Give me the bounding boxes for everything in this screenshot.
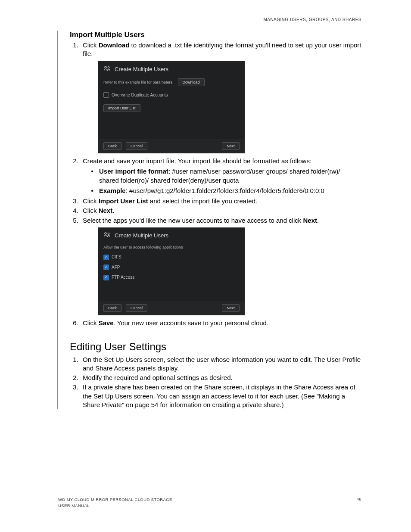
bullet2-bold: Example bbox=[99, 187, 126, 194]
edit-step-1: On the Set Up Users screen, select the u… bbox=[80, 355, 361, 373]
import-multiple-users-heading: Import Multiple Users bbox=[70, 31, 361, 39]
apps-description: Allow the user to access following appli… bbox=[103, 245, 240, 250]
step1-bold: Download bbox=[99, 41, 130, 49]
download-button[interactable]: Download bbox=[178, 78, 205, 86]
edit-step-2: Modify the required and optional setting… bbox=[80, 373, 361, 382]
step3-post: and select the import file you created. bbox=[148, 197, 257, 205]
import-user-list-button[interactable]: Import User List bbox=[103, 104, 140, 112]
step-5: Select the apps you'd like the new user … bbox=[80, 216, 361, 316]
users-icon bbox=[103, 65, 111, 74]
page-number: 46 bbox=[357, 497, 361, 508]
step5-pre: Select the apps you'd like the new user … bbox=[83, 217, 303, 224]
step4-pre: Click bbox=[83, 207, 99, 214]
create-multiple-users-dialog-2: Create Multiple Users Allow the user to … bbox=[98, 227, 245, 316]
dialog2-header: Create Multiple Users bbox=[98, 227, 245, 243]
format-bullets: User import file format: #user name/user… bbox=[83, 167, 361, 195]
step6-pre: Click bbox=[83, 319, 99, 327]
content-column: Import Multiple Users Click Download to … bbox=[57, 31, 361, 409]
ftp-checkbox[interactable]: ✓ bbox=[103, 275, 109, 280]
step3-pre: Click bbox=[83, 197, 99, 205]
svg-point-1 bbox=[108, 66, 109, 68]
edit-step-3: If a private share has been created on t… bbox=[80, 383, 361, 409]
dialog1-footer: Back Cancel Next bbox=[98, 139, 245, 153]
app-ftp-row[interactable]: ✓ FTP Access bbox=[103, 274, 240, 280]
footer-doc: USER MANUAL bbox=[58, 503, 172, 508]
dialog2-title: Create Multiple Users bbox=[115, 232, 168, 240]
dialog1-title: Create Multiple Users bbox=[115, 65, 168, 73]
footer-product: WD MY CLOUD MIRROR PERSONAL CLOUD STORAG… bbox=[58, 497, 172, 502]
step5-bold: Next bbox=[303, 217, 318, 224]
running-header: MANAGING USERS, GROUPS, AND SHARES bbox=[50, 17, 361, 22]
back-button[interactable]: Back bbox=[103, 304, 121, 312]
ftp-label: FTP Access bbox=[112, 274, 134, 280]
editing-user-settings-heading: Editing User Settings bbox=[70, 341, 361, 353]
bullet2-rest: : #user/pw/g1:g2/folder1:folder2/folder3… bbox=[126, 187, 324, 194]
step3-bold: Import User List bbox=[99, 197, 148, 205]
step1-pre: Click bbox=[83, 41, 99, 49]
dialog1-header: Create Multiple Users bbox=[98, 61, 245, 77]
page-footer: WD MY CLOUD MIRROR PERSONAL CLOUD STORAG… bbox=[58, 497, 361, 508]
step6-post: . Your new user accounts save to your pe… bbox=[114, 319, 268, 327]
step-1: Click Download to download a .txt file i… bbox=[80, 41, 361, 153]
overwrite-label: Overwrite Duplicate Accounts bbox=[112, 92, 168, 98]
step2-lead: Create and save your import file. Your i… bbox=[83, 157, 311, 165]
param-text: Refer to this example file for parameter… bbox=[103, 80, 174, 85]
back-button[interactable]: Back bbox=[103, 142, 121, 150]
bullet1-bold: User import file format bbox=[99, 168, 168, 175]
create-multiple-users-dialog-1: Create Multiple Users Refer to this exam… bbox=[98, 61, 245, 154]
edit-steps-list: On the Set Up Users screen, select the u… bbox=[70, 355, 361, 410]
app-afp-row[interactable]: ✓ AFP bbox=[103, 264, 240, 271]
dialog2-footer: Back Cancel Next bbox=[98, 301, 245, 315]
overwrite-checkbox[interactable] bbox=[103, 92, 109, 98]
svg-point-2 bbox=[105, 233, 106, 234]
svg-point-3 bbox=[108, 233, 109, 234]
app-cifs-row[interactable]: ✓ CIFS bbox=[103, 254, 240, 260]
afp-checkbox[interactable]: ✓ bbox=[103, 264, 109, 270]
bullet-format: User import file format: #user name/user… bbox=[91, 167, 361, 185]
step4-post: . bbox=[112, 207, 114, 214]
step6-bold: Save bbox=[99, 319, 114, 327]
import-steps-list: Click Download to download a .txt file i… bbox=[70, 41, 361, 328]
users-icon bbox=[103, 232, 111, 240]
step-2: Create and save your import file. Your i… bbox=[80, 157, 361, 195]
svg-point-0 bbox=[105, 66, 106, 68]
next-button[interactable]: Next bbox=[222, 142, 240, 150]
step4-bold: Next bbox=[99, 207, 113, 214]
cifs-checkbox[interactable]: ✓ bbox=[103, 255, 109, 260]
cancel-button[interactable]: Cancel bbox=[126, 142, 147, 150]
step-6: Click Save. Your new user accounts save … bbox=[80, 319, 361, 327]
cifs-label: CIFS bbox=[112, 254, 121, 260]
cancel-button[interactable]: Cancel bbox=[126, 304, 147, 312]
afp-label: AFP bbox=[112, 264, 120, 271]
step-3: Click Import User List and select the im… bbox=[80, 197, 361, 205]
next-button[interactable]: Next bbox=[222, 304, 240, 312]
dialog1-body: Refer to this example file for parameter… bbox=[98, 77, 245, 139]
step-4: Click Next. bbox=[80, 206, 361, 215]
bullet-example: Example: #user/pw/g1:g2/folder1:folder2/… bbox=[91, 187, 361, 195]
dialog2-body: Allow the user to access following appli… bbox=[98, 243, 245, 301]
step5-post: . bbox=[317, 217, 319, 224]
overwrite-row[interactable]: Overwrite Duplicate Accounts bbox=[103, 92, 240, 98]
